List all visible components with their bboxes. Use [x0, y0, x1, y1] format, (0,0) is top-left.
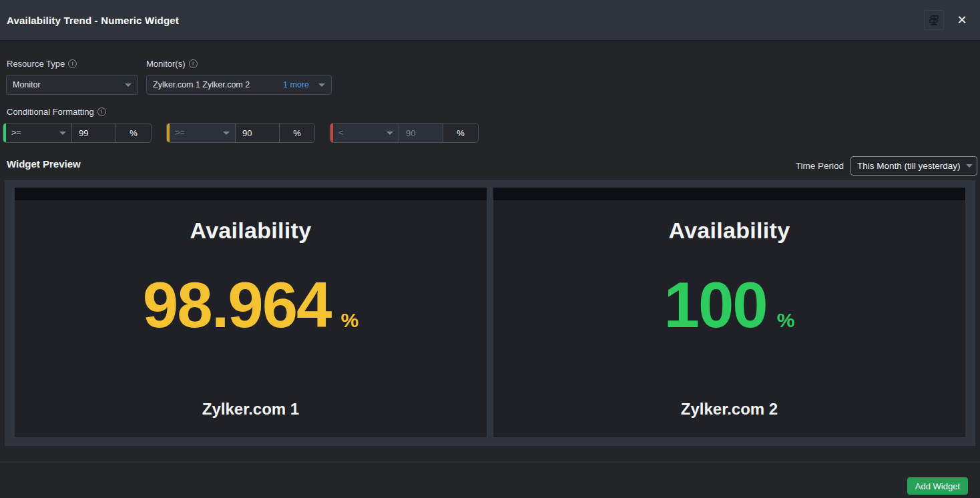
conditional-formatting-label: Conditional Formatting i [7, 107, 106, 117]
walkthrough-button[interactable] [924, 10, 944, 30]
dialog-header: Availability Trend - Numeric Widget ✕ [0, 0, 980, 41]
resource-type-label: Resource Type i [7, 59, 77, 69]
condition-operator-select[interactable]: >= [170, 123, 236, 142]
metric-unit: % [340, 309, 358, 337]
chevron-down-icon [59, 132, 66, 135]
signpost-icon [927, 13, 941, 27]
condition-value-input[interactable] [236, 123, 280, 142]
metric-value: 98.964 [143, 273, 331, 337]
time-period-select[interactable]: This Month (till yesterday) [850, 156, 977, 176]
card-header-strip [493, 188, 965, 200]
chevron-down-icon [223, 132, 230, 135]
time-period-value: This Month (till yesterday) [857, 161, 961, 171]
condition-group-2: >= % [166, 123, 315, 143]
add-widget-button[interactable]: Add Widget [907, 477, 968, 495]
metric-value: 100 [664, 273, 767, 337]
numeric-widget-dialog: Availability Trend - Numeric Widget ✕ Re… [0, 0, 980, 498]
close-icon: ✕ [957, 14, 967, 26]
condition-unit-label: % [116, 123, 151, 142]
resource-type-label-text: Resource Type [7, 59, 65, 69]
header-actions: ✕ [924, 10, 972, 30]
monitors-label: Monitor(s) i [146, 59, 198, 69]
monitor-name: Zylker.com 1 [202, 400, 299, 419]
metric-value-row: 100 % [664, 273, 795, 337]
condition-value-input[interactable] [72, 123, 116, 142]
condition-operator-value: < [338, 128, 381, 138]
monitors-value: Zylker.com 1 Zylker.com 2 [153, 80, 283, 89]
condition-value-input[interactable] [399, 123, 443, 142]
info-icon[interactable]: i [189, 59, 198, 68]
chevron-down-icon [318, 83, 325, 87]
close-button[interactable]: ✕ [952, 10, 972, 30]
resource-type-value: Monitor [13, 80, 119, 89]
monitors-select[interactable]: Zylker.com 1 Zylker.com 2 1 more [146, 75, 332, 95]
metric-unit: % [777, 309, 795, 337]
preview-card-1: Availability 98.964 % Zylker.com 1 [15, 188, 487, 437]
info-icon[interactable]: i [68, 59, 77, 68]
time-period-control: Time Period This Month (till yesterday) [796, 156, 977, 176]
metric-title: Availability [190, 218, 312, 244]
chevron-down-icon [387, 132, 393, 135]
preview-card-2: Availability 100 % Zylker.com 2 [493, 188, 965, 437]
monitors-label-text: Monitor(s) [146, 59, 186, 69]
condition-group-1: >= % [3, 123, 152, 143]
conditional-formatting-label-text: Conditional Formatting [7, 107, 94, 117]
dialog-title: Availability Trend - Numeric Widget [7, 15, 179, 26]
widget-preview-panel: Availability 98.964 % Zylker.com 1 Avail… [5, 180, 975, 446]
footer-divider [0, 463, 980, 463]
card-header-strip [15, 188, 487, 200]
chevron-down-icon [966, 164, 973, 168]
monitors-more-link[interactable]: 1 more [283, 80, 309, 89]
resource-type-select[interactable]: Monitor [6, 75, 138, 95]
metric-value-row: 98.964 % [143, 273, 358, 337]
condition-operator-value: >= [175, 128, 218, 138]
time-period-label: Time Period [796, 161, 844, 171]
monitor-name: Zylker.com 2 [681, 400, 778, 419]
info-icon[interactable]: i [97, 107, 106, 116]
condition-group-3: < % [330, 123, 479, 143]
condition-operator-value: >= [11, 128, 54, 138]
condition-unit-label: % [280, 123, 314, 142]
condition-operator-select[interactable]: >= [6, 123, 72, 142]
widget-preview-title: Widget Preview [7, 158, 81, 170]
chevron-down-icon [125, 83, 132, 87]
condition-operator-select[interactable]: < [333, 123, 399, 142]
condition-unit-label: % [443, 123, 478, 142]
metric-title: Availability [669, 218, 790, 244]
